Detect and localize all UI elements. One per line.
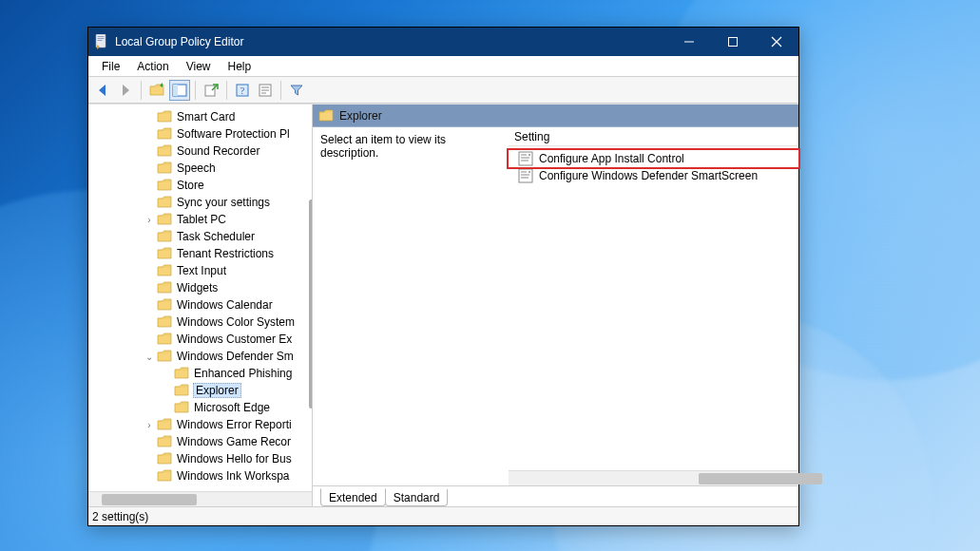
forward-button[interactable] [115,80,136,101]
folder-icon [157,247,172,260]
tree-item-label: Windows Defender Sm [176,350,295,363]
window: Local Group Policy Editor File Action Vi… [87,27,799,526]
tree-item-label: Windows Color System [176,315,296,329]
tree-horizontal-scrollbar[interactable] [88,491,312,506]
tree-item-label: Smart Card [176,110,236,124]
folder-icon [157,469,172,483]
window-title: Local Group Policy Editor [115,35,667,48]
toolbar: ? [88,77,798,104]
tab-standard[interactable]: Standard [385,489,449,506]
tree-vertical-scrollbar[interactable] [308,104,312,491]
tree-item-label: Speech [176,162,217,175]
setting-item[interactable]: Configure App Install Control [509,150,798,167]
tree-item-label: Windows Ink Workspa [176,469,290,483]
settings-column-header[interactable]: Setting [509,127,798,146]
folder-icon [157,196,172,209]
description-text: Select an item to view its description. [313,127,509,485]
toolbar-separator [141,81,142,100]
tree-item-label: Microsoft Edge [193,401,271,414]
policy-setting-icon [518,151,533,166]
details-header-label: Explorer [339,109,382,123]
folder-icon [157,110,172,124]
svg-rect-15 [205,86,215,96]
menu-action[interactable]: Action [129,58,176,75]
folder-icon [157,418,172,431]
expand-icon[interactable]: › [144,420,155,430]
tree-item-label: Windows Customer Ex [176,332,293,346]
folder-icon [318,109,334,123]
tree-item-label: Task Scheduler [176,230,256,243]
tree-item-label: Software Protection Pl [176,127,291,141]
close-button[interactable] [755,28,798,56]
tree-item-label: Text Input [176,264,227,277]
tree-item[interactable]: Sound Recorder [88,142,312,160]
titlebar[interactable]: Local Group Policy Editor [88,28,798,56]
content-area: Smart CardSoftware Protection PlSound Re… [88,104,798,506]
tree-item[interactable]: Microsoft Edge [88,399,312,416]
folder-icon [157,435,172,448]
tree-item[interactable]: Software Protection Pl [88,125,312,142]
export-button[interactable] [201,80,221,101]
tab-extended[interactable]: Extended [320,488,386,506]
tree-item[interactable]: Smart Card [88,108,312,125]
tree-item[interactable]: Task Scheduler [88,228,312,245]
tree-item[interactable]: ⌄Windows Defender Sm [88,348,312,365]
tabs-strip: Extended Standard [313,485,798,506]
tree-item[interactable]: Sync your settings [88,194,312,211]
folder-icon [174,367,189,380]
tree-item[interactable]: Enhanced Phishing [88,365,312,382]
tree-item[interactable]: Windows Color System [88,314,312,331]
tree-item[interactable]: Text Input [88,262,312,279]
app-icon [94,34,109,49]
policy-setting-icon [518,168,533,183]
toolbar-separator [195,81,196,100]
folder-icon [157,281,172,294]
tree-item[interactable]: ›Windows Error Reporti [88,416,312,433]
folder-icon [157,179,172,192]
show-tree-button[interactable] [169,80,190,101]
tree-item[interactable]: Speech [88,160,312,177]
tree-item[interactable]: ›Tablet PC [88,211,312,228]
filter-button[interactable] [286,80,307,101]
tree-item[interactable]: Windows Game Recor [88,433,312,450]
statusbar: 2 setting(s) [88,506,798,525]
svg-text:?: ? [240,86,245,96]
details-pane: Explorer Select an item to view its desc… [313,104,798,506]
tree-item[interactable]: Windows Calendar [88,296,312,314]
menu-view[interactable]: View [179,58,219,75]
toolbar-separator [280,81,281,100]
expand-icon[interactable]: › [144,215,155,225]
tree-item[interactable]: Store [88,177,312,194]
menu-file[interactable]: File [94,58,127,75]
collapse-icon[interactable]: ⌄ [144,352,155,362]
tree-item-label: Sync your settings [176,196,271,209]
tree-horizontal-scroll-thumb[interactable] [102,494,197,505]
settings-list: Setting Configure App Install ControlCon… [509,127,798,485]
tree-item[interactable]: Windows Ink Workspa [88,467,312,484]
menu-help[interactable]: Help [221,58,259,75]
help-button[interactable]: ? [232,80,253,101]
tree-item-label: Tablet PC [176,213,227,226]
svg-rect-6 [98,36,105,37]
tree-item[interactable]: Explorer [88,382,312,399]
folder-icon [157,452,172,466]
tree-scroll-viewport[interactable]: Smart CardSoftware Protection PlSound Re… [88,104,312,491]
tree-item[interactable]: Widgets [88,279,312,296]
status-text: 2 setting(s) [92,510,148,523]
tree-vertical-scroll-thumb[interactable] [309,200,312,408]
folder-icon [157,144,172,158]
tree-item[interactable]: Windows Customer Ex [88,331,312,348]
maximize-button[interactable] [711,28,755,56]
settings-horizontal-scrollbar[interactable] [509,470,798,485]
minimize-button[interactable] [667,28,711,56]
setting-item[interactable]: Configure Windows Defender SmartScreen [509,167,798,184]
back-button[interactable] [92,80,113,101]
tree-item[interactable]: Tenant Restrictions [88,245,312,262]
properties-button[interactable] [255,80,276,101]
settings-horizontal-scroll-thumb[interactable] [699,473,822,484]
folder-icon [157,315,172,329]
setting-item-label: Configure App Install Control [539,152,684,165]
up-button[interactable] [146,80,167,101]
tree-item[interactable]: Windows Hello for Bus [88,450,312,467]
folder-icon [174,384,189,397]
